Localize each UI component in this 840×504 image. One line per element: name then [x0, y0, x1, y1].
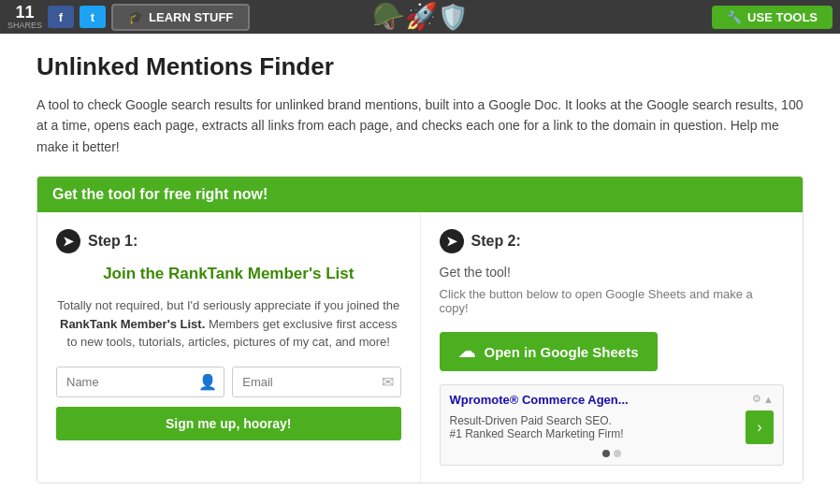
share-number: 11: [15, 4, 34, 21]
share-count: 11 SHARES: [7, 4, 42, 30]
facebook-share-button[interactable]: f: [48, 6, 74, 28]
step2-get-tool: Get the tool!: [440, 265, 785, 280]
step1-desc-bold: RankTank Member's List.: [60, 317, 205, 331]
ad-header: Wpromote® Commerce Agen... ⚙ ▲: [450, 393, 775, 407]
open-google-sheets-button[interactable]: ☁ Open in Google Sheets: [440, 332, 658, 371]
step2-label: Step 2:: [471, 233, 521, 250]
twitter-share-button[interactable]: t: [80, 6, 106, 28]
ad-text: Result-Driven Paid Search SEO. #1 Ranked…: [450, 414, 739, 440]
tool-card-body: ➤ Step 1: Join the RankTank Member's Lis…: [37, 212, 803, 482]
tools-label: USE TOOLS: [747, 10, 818, 24]
ad-title[interactable]: Wpromote® Commerce Agen...: [450, 393, 629, 407]
step2-header: ➤ Step 2:: [440, 229, 785, 253]
google-sheets-label: Open in Google Sheets: [485, 344, 639, 360]
ad-line1: Result-Driven Paid Search SEO.: [450, 414, 739, 427]
learn-stuff-button[interactable]: 🎓 LEARN STUFF: [111, 4, 250, 31]
page-title: Unlinked Mentions Finder: [36, 52, 804, 81]
step2-column: ➤ Step 2: Get the tool! Click the button…: [421, 212, 804, 482]
ad-close-label: ▲: [763, 394, 774, 405]
learn-icon: 🎓: [128, 10, 143, 24]
ad-dot-2[interactable]: [614, 450, 621, 457]
site-logo: 🪖🚀 🛡️: [372, 3, 468, 32]
step1-subtitle: Join the RankTank Member's List: [56, 265, 401, 283]
learn-label: LEARN STUFF: [149, 10, 233, 24]
signup-inputs: 👤 ✉: [56, 367, 401, 397]
tank-graphic: 🛡️: [438, 3, 468, 32]
facebook-icon: f: [59, 10, 63, 24]
ad-pagination: [450, 450, 775, 457]
step1-label: Step 1:: [88, 233, 138, 250]
tool-card: Get the tool for free right now! ➤ Step …: [36, 176, 804, 483]
ad-close-button[interactable]: ⚙ ▲: [752, 393, 774, 405]
step1-header: ➤ Step 1:: [56, 229, 401, 253]
tools-icon: 🔧: [727, 10, 742, 24]
page-description: A tool to check Google search results fo…: [36, 94, 804, 157]
ad-next-button[interactable]: ›: [746, 410, 774, 444]
step1-arrow-icon: ➤: [56, 229, 80, 253]
use-tools-button[interactable]: 🔧 USE TOOLS: [712, 6, 833, 29]
step2-instruction: Click the button below to open Google Sh…: [440, 287, 785, 315]
ad-dot-1[interactable]: [602, 450, 610, 457]
signup-button[interactable]: Sign me up, hooray!: [56, 407, 401, 440]
top-navigation: 11 SHARES f t 🎓 LEARN STUFF 🪖🚀 🛡️ 🔧 USE …: [0, 0, 840, 34]
step1-description: Totally not required, but I'd seriously …: [56, 296, 401, 352]
ad-body: Result-Driven Paid Search SEO. #1 Ranked…: [450, 410, 775, 444]
twitter-icon: t: [91, 10, 94, 24]
email-input[interactable]: [232, 367, 400, 397]
ad-settings-icon: ⚙: [752, 393, 761, 405]
person-icon: 👤: [198, 373, 217, 391]
signup-label: Sign me up, hooray!: [166, 416, 292, 431]
email-input-wrap: ✉: [232, 367, 400, 397]
tool-card-header: Get the tool for free right now!: [37, 177, 803, 212]
cloud-icon: ☁: [458, 341, 475, 362]
step1-desc-start: Totally not required, but I'd seriously …: [57, 298, 399, 312]
name-input-wrap: 👤: [56, 367, 224, 397]
main-content: Unlinked Mentions Finder A tool to check…: [18, 34, 822, 502]
advertisement-box: Wpromote® Commerce Agen... ⚙ ▲ Result-Dr…: [440, 384, 785, 466]
step2-arrow-icon: ➤: [440, 229, 464, 253]
email-icon: ✉: [382, 373, 394, 391]
ad-line2: #1 Ranked Search Marketing Firm!: [450, 427, 739, 440]
share-label: SHARES: [7, 21, 42, 30]
step1-column: ➤ Step 1: Join the RankTank Member's Lis…: [37, 212, 421, 482]
tank-icon: 🪖🚀: [372, 4, 438, 30]
